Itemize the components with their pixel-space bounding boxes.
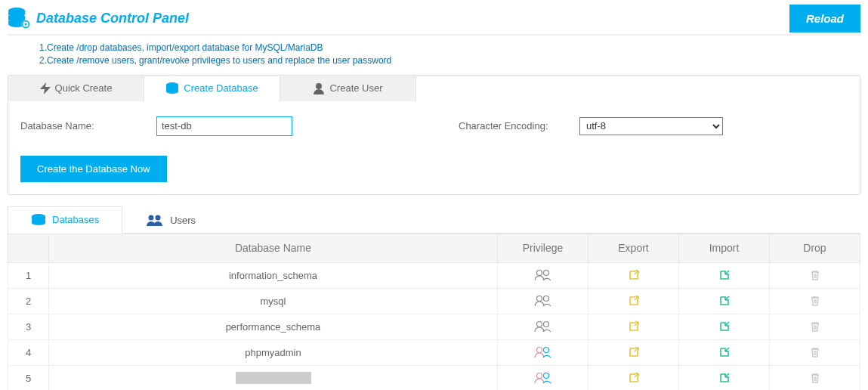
row-index: 4 [8, 339, 49, 365]
col-import: Import [679, 234, 770, 262]
reload-button[interactable]: Reload [789, 5, 860, 32]
privilege-icon-cell [498, 314, 588, 339]
import-icon-cell [679, 365, 770, 390]
privilege-icon[interactable] [534, 295, 552, 307]
drop-icon-cell [770, 314, 860, 339]
intro-line-1: 1.Create /drop databases, import/export … [39, 42, 868, 54]
col-name: Database Name [49, 234, 498, 262]
tab-users[interactable]: Users [122, 206, 219, 234]
privilege-icon-cell [498, 288, 588, 314]
row-index: 3 [8, 314, 49, 339]
row-index: 1 [8, 262, 49, 288]
drop-icon-cell [770, 288, 860, 314]
import-icon-cell [679, 262, 770, 288]
privilege-icon-cell [498, 262, 588, 288]
export-icon-cell [588, 365, 679, 390]
row-db-name: information_schema [49, 262, 498, 288]
drop-icon[interactable] [809, 295, 821, 307]
col-index [8, 234, 49, 262]
drop-icon[interactable] [809, 320, 821, 333]
export-icon[interactable] [628, 295, 640, 307]
import-icon[interactable] [718, 320, 731, 333]
export-icon[interactable] [628, 269, 640, 281]
row-db-name [49, 365, 498, 390]
svg-point-7 [25, 23, 27, 26]
databases-table: Database Name Privilege Export Import Dr… [8, 234, 860, 390]
table-row: 3performance_schema [8, 314, 860, 339]
db-name-input[interactable] [156, 116, 292, 136]
privilege-icon-cell [498, 365, 588, 390]
privilege-icon-cell [498, 339, 588, 365]
drop-icon[interactable] [809, 372, 821, 384]
import-icon-cell [679, 314, 770, 339]
header-bar: Database Control Panel Reload [0, 0, 868, 34]
table-row: 1information_schema [8, 262, 860, 288]
row-db-name: mysql [49, 288, 498, 314]
table-row: 2mysql [8, 288, 860, 314]
tab-create-user[interactable]: Create User [280, 76, 416, 101]
export-icon[interactable] [628, 320, 640, 333]
import-icon[interactable] [718, 295, 731, 307]
table-row: 4phpmyadmin [8, 339, 860, 365]
export-icon[interactable] [628, 372, 640, 384]
col-privilege: Privilege [498, 234, 588, 262]
list-tabs: Databases Users [8, 206, 860, 234]
row-index: 2 [8, 288, 49, 314]
intro-line-2: 2.Create /remove users, grant/revoke pri… [39, 54, 868, 67]
db-name-label: Database Name: [20, 120, 156, 132]
privilege-icon[interactable] [534, 372, 552, 384]
create-db-form: Database Name: Character Encoding: utf-8… [8, 101, 860, 194]
tab-quick-create[interactable]: Quick Create [8, 76, 144, 101]
intro-text: 1.Create /drop databases, import/export … [0, 36, 868, 75]
privilege-icon[interactable] [534, 269, 552, 281]
header-left: Database Control Panel [6, 6, 189, 31]
svg-point-12 [149, 215, 154, 221]
create-database-button[interactable]: Create the Database Now [20, 156, 167, 182]
svg-marker-8 [40, 82, 51, 94]
export-icon[interactable] [628, 346, 640, 358]
drop-icon[interactable] [809, 269, 821, 281]
row-index: 5 [8, 365, 49, 390]
create-panel: Quick Create Create Database Create User… [8, 75, 860, 195]
import-icon-cell [679, 288, 770, 314]
col-export: Export [588, 234, 679, 262]
table-row: 5 [8, 365, 860, 390]
tab-label: Create Database [184, 82, 258, 94]
redacted-name [236, 372, 311, 384]
export-icon-cell [588, 314, 679, 339]
tab-create-database[interactable]: Create Database [144, 76, 280, 101]
privilege-icon[interactable] [534, 346, 552, 358]
privilege-icon[interactable] [534, 320, 552, 333]
page-title: Database Control Panel [36, 11, 189, 26]
svg-point-10 [316, 83, 322, 89]
drop-icon-cell [770, 262, 860, 288]
create-tabs: Quick Create Create Database Create User [8, 76, 860, 101]
tab-label: Quick Create [55, 82, 113, 94]
encoding-select[interactable]: utf-8 [579, 117, 723, 135]
tab-label: Users [170, 215, 196, 226]
import-icon[interactable] [718, 346, 731, 358]
col-drop: Drop [770, 234, 860, 262]
svg-point-13 [156, 215, 161, 221]
import-icon[interactable] [718, 269, 731, 281]
encoding-label: Character Encoding: [459, 120, 579, 132]
database-panel-icon [6, 6, 30, 31]
import-icon[interactable] [718, 372, 731, 384]
drop-icon-cell [770, 365, 860, 390]
export-icon-cell [588, 288, 679, 314]
tab-label: Databases [52, 214, 99, 225]
import-icon-cell [679, 339, 770, 365]
export-icon-cell [588, 262, 679, 288]
drop-icon[interactable] [809, 346, 821, 358]
export-icon-cell [588, 339, 679, 365]
row-db-name: phpmyadmin [49, 339, 498, 365]
drop-icon-cell [770, 339, 860, 365]
tab-label: Create User [329, 82, 382, 94]
row-db-name: performance_schema [49, 314, 498, 339]
tab-databases[interactable]: Databases [8, 206, 122, 234]
